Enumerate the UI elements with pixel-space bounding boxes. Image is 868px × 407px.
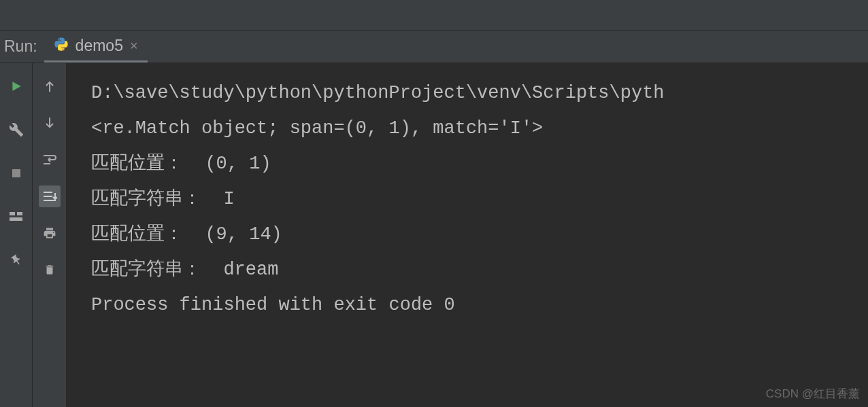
pin-button[interactable] <box>5 249 27 271</box>
nav-column <box>33 63 67 407</box>
console-output[interactable]: D:\save\study\python\pythonProject\venv\… <box>67 63 868 407</box>
console-line: D:\save\study\python\pythonProject\venv\… <box>91 75 868 111</box>
console-line: 匹配位置： (0, 1) <box>91 146 868 181</box>
run-panel-label: Run: <box>0 37 44 56</box>
svg-rect-1 <box>10 212 15 215</box>
close-icon[interactable]: × <box>130 38 138 54</box>
watermark: CSDN @红目香薰 <box>766 386 860 402</box>
rerun-button[interactable] <box>5 75 27 97</box>
window-top-bar <box>0 0 868 31</box>
run-tab[interactable]: demo5 × <box>44 31 148 63</box>
delete-button[interactable] <box>39 259 61 281</box>
layout-button[interactable] <box>5 206 27 228</box>
tab-label: demo5 <box>76 37 123 55</box>
console-line: 匹配字符串： dream <box>91 252 868 287</box>
main-area: D:\save\study\python\pythonProject\venv\… <box>0 63 868 407</box>
console-line: 匹配字符串： I <box>91 181 868 217</box>
stop-button[interactable] <box>5 162 27 184</box>
scroll-to-end-button[interactable] <box>39 185 61 207</box>
svg-rect-3 <box>10 217 22 221</box>
soft-wrap-button[interactable] <box>39 149 61 171</box>
scroll-down-button[interactable] <box>39 112 61 134</box>
console-line: 匹配位置： (9, 14) <box>91 217 868 252</box>
python-icon <box>54 37 69 54</box>
console-line: <re.Match object; span=(0, 1), match='I'… <box>91 111 868 146</box>
print-button[interactable] <box>39 222 61 244</box>
svg-rect-0 <box>12 169 20 177</box>
run-header: Run: demo5 × <box>0 31 868 63</box>
console-line: Process finished with exit code 0 <box>91 287 868 323</box>
toolbar-column <box>0 63 33 407</box>
scroll-up-button[interactable] <box>39 75 61 97</box>
svg-rect-2 <box>17 212 22 215</box>
wrench-button[interactable] <box>5 119 27 141</box>
